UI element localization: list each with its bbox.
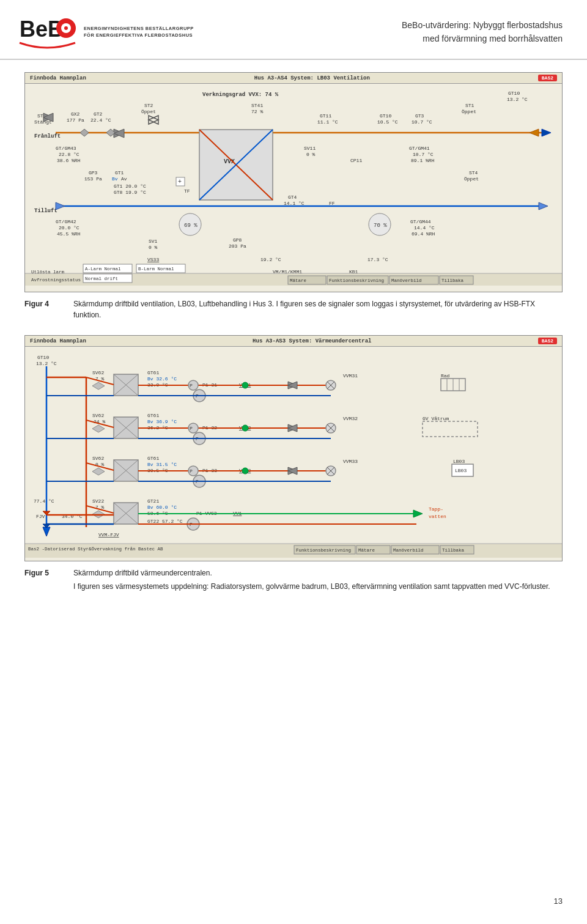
svg-text:Avfrostningsstatus: Avfrostningsstatus <box>31 278 81 283</box>
svg-text:89.1 %RH: 89.1 %RH <box>411 158 435 163</box>
svg-text:Manöverbild: Manöverbild <box>391 278 422 283</box>
svg-text:GT61: GT61 <box>147 456 159 461</box>
svg-text:Mätare: Mätare <box>358 548 375 553</box>
figure-5-text-1: Skärmdump driftbild värmeundercentralen. <box>73 567 550 578</box>
scada2-header: Finnboda Hamnplan Hus A3-AS3 System: Vär… <box>25 336 562 347</box>
svg-text:VVM31: VVM31 <box>343 373 358 379</box>
svg-text:GT61: GT61 <box>147 370 159 375</box>
svg-text:72 %: 72 % <box>251 109 263 114</box>
scada2-title-center: Hus A3-AS3 System: Värmeundercentral <box>253 338 371 344</box>
svg-text:GT11: GT11 <box>320 113 331 119</box>
page-header: Be B ENERGIMYNDIGHETENS BESTÄLLARGRUPP F… <box>0 0 587 60</box>
svg-text:GT/GM44: GT/GM44 <box>410 219 431 224</box>
svg-text:P: P <box>190 468 193 474</box>
figure-5-caption: Figur 5 Skärmdump driftbild värmeunderce… <box>24 567 563 593</box>
svg-text:P: P <box>190 426 193 431</box>
scada2-title-left: Finnboda Hamnplan <box>30 338 86 344</box>
svg-text:Mätare: Mätare <box>290 278 306 283</box>
scada1-title-center: Hus A3-AS4 System: LB03 Ventilation <box>254 75 370 81</box>
svg-text:ST2: ST2 <box>144 103 153 108</box>
svg-text:A-Larm Normal: A-Larm Normal <box>85 267 121 272</box>
svg-text:GT21: GT21 <box>147 498 159 504</box>
svg-text:0 %: 0 % <box>149 245 158 250</box>
svg-text:Funktionsbeskrivning: Funktionsbeskrivning <box>296 548 351 553</box>
svg-text:ST4: ST4 <box>469 170 478 176</box>
svg-text:Tillbaka: Tillbaka <box>441 278 464 283</box>
svg-text:Bv 36.9 °C: Bv 36.9 °C <box>147 419 177 424</box>
svg-text:203 Pa: 203 Pa <box>229 243 246 249</box>
svg-text:13.2 °C: 13.2 °C <box>507 97 528 102</box>
svg-text:LB03: LB03 <box>455 468 467 473</box>
figure-5-label: Figur 5 <box>24 567 73 593</box>
svg-text:SV62: SV62 <box>92 456 104 461</box>
svg-point-227 <box>242 425 248 431</box>
svg-text:22.8 °C: 22.8 °C <box>59 152 79 157</box>
svg-text:10.5 °C: 10.5 °C <box>377 119 398 125</box>
svg-text:VVM-FJV: VVM-FJV <box>98 532 119 538</box>
svg-text:Öppet: Öppet <box>141 109 156 114</box>
svg-text:ST41: ST41 <box>251 103 263 108</box>
svg-text:GV Våtrum: GV Våtrum <box>423 416 449 421</box>
svg-text:VS33: VS33 <box>147 257 159 262</box>
svg-text:vatten: vatten <box>429 514 446 519</box>
svg-text:20.0 °C: 20.0 °C <box>59 225 79 231</box>
scada2-badge: BAS2 <box>538 338 557 344</box>
svg-text:GT8 19.9 °C: GT8 19.9 °C <box>114 190 146 195</box>
svg-text:Tilluft: Tilluft <box>34 208 57 214</box>
svg-text:GT61: GT61 <box>147 413 159 418</box>
scada1-diagram: Verkningsgrad VVX: 74 % GT10 13.2 °C ST8… <box>25 84 563 286</box>
svg-text:Rad: Rad <box>441 373 450 379</box>
svg-text:13.2 °C: 13.2 °C <box>36 361 57 366</box>
svg-text:45.5 %RH: 45.5 %RH <box>57 231 81 237</box>
svg-text:Frånluft: Frånluft <box>34 133 61 139</box>
svg-text:GT/GM43: GT/GM43 <box>56 146 76 151</box>
figure-5-block: Finnboda Hamnplan Hus A3-AS3 System: Vär… <box>24 335 563 593</box>
svg-text:Av: Av <box>121 176 127 182</box>
svg-text:Bv 60.0 °C: Bv 60.0 °C <box>147 505 177 510</box>
svg-text:Bv: Bv <box>112 176 118 182</box>
svg-text:Utlösta larm: Utlösta larm <box>31 270 65 275</box>
svg-text:GT22 57.2 °C: GT22 57.2 °C <box>147 519 183 524</box>
figure-4-text: Skärmdump driftbild ventilation, LB03, L… <box>73 298 563 320</box>
figure-5-text-2: I figuren ses värmesystemets uppdelning:… <box>73 581 550 593</box>
svg-text:CP11: CP11 <box>350 158 362 163</box>
svg-text:GT/GM41: GT/GM41 <box>409 146 430 151</box>
svg-text:SV11: SV11 <box>304 146 316 151</box>
logo-area: Be B ENERGIMYNDIGHETENS BESTÄLLARGRUPP F… <box>18 11 194 53</box>
svg-text:Öppet: Öppet <box>464 176 479 182</box>
svg-text:GT2: GT2 <box>94 111 103 117</box>
figure-5-scada: Finnboda Hamnplan Hus A3-AS3 System: Vär… <box>24 335 563 561</box>
figure-4-scada: Finnboda Hamnplan Hus A3-AS4 System: LB0… <box>24 72 563 292</box>
scada1-header: Finnboda Hamnplan Hus A3-AS4 System: LB0… <box>25 73 562 84</box>
svg-text:P: P <box>190 383 193 388</box>
svg-text:17.3 °C: 17.3 °C <box>367 257 388 262</box>
svg-text:GX2: GX2 <box>71 111 80 117</box>
svg-text:GT1: GT1 <box>115 170 124 176</box>
svg-text:Öppet: Öppet <box>462 109 476 114</box>
svg-text:11.1 °C: 11.1 °C <box>317 119 338 125</box>
svg-point-4 <box>64 26 68 30</box>
svg-text:FJV: FJV <box>36 514 45 519</box>
svg-text:GT/GM42: GT/GM42 <box>56 219 76 224</box>
page-number: 13 <box>554 896 563 906</box>
svg-text:TF: TF <box>184 188 190 194</box>
svg-text:SV62: SV62 <box>92 413 104 418</box>
svg-text:GP3: GP3 <box>89 170 98 176</box>
svg-text:Funktionsbeskrivning: Funktionsbeskrivning <box>329 278 384 283</box>
svg-text:Be: Be <box>20 17 48 42</box>
svg-text:GT10: GT10 <box>380 113 391 119</box>
svg-text:GP8: GP8 <box>233 237 242 243</box>
scada1-badge: BAS2 <box>538 75 557 81</box>
figure-4-label: Figur 4 <box>24 298 73 320</box>
svg-text:SV22: SV22 <box>92 498 104 504</box>
svg-point-228 <box>242 468 248 474</box>
svg-text:LB03: LB03 <box>453 459 465 464</box>
svg-text:69.4 %RH: 69.4 %RH <box>412 231 435 237</box>
svg-text:14.4 °C: 14.4 °C <box>414 225 435 231</box>
svg-text:Bas2 -Datoriserad Styr&Övervak: Bas2 -Datoriserad Styr&Övervakning från … <box>28 547 163 552</box>
svg-text:70 %: 70 % <box>374 223 387 229</box>
svg-text:19.2 °C: 19.2 °C <box>260 257 281 262</box>
page-content: Finnboda Hamnplan Hus A3-AS4 System: LB0… <box>0 60 587 626</box>
logo-tagline: ENERGIMYNDIGHETENS BESTÄLLARGRUPP FÖR EN… <box>84 25 194 39</box>
svg-text:Normal drift: Normal drift <box>85 276 118 281</box>
